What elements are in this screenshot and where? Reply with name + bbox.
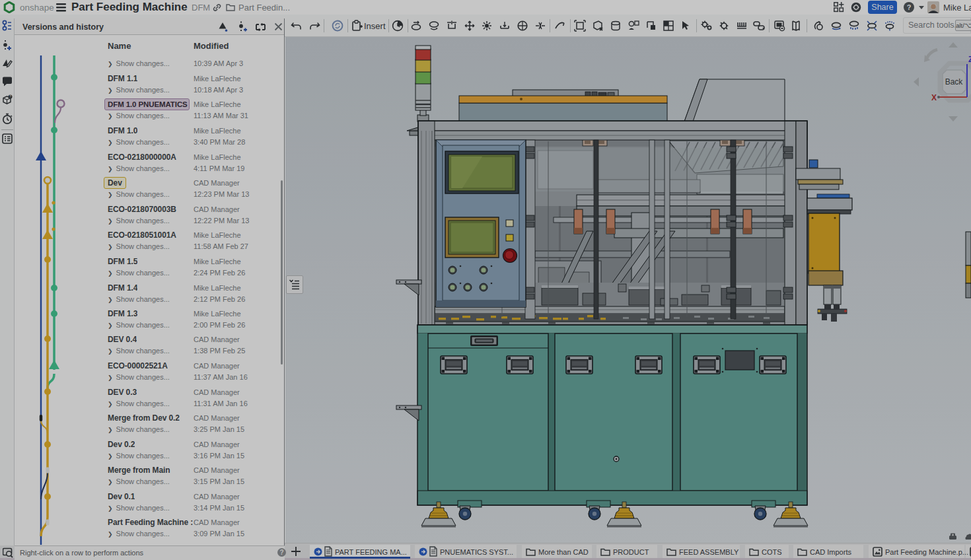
svg-text:Back: Back (945, 77, 964, 87)
svg-text:Z: Z (968, 55, 971, 64)
svg-text:X: X (931, 93, 937, 102)
